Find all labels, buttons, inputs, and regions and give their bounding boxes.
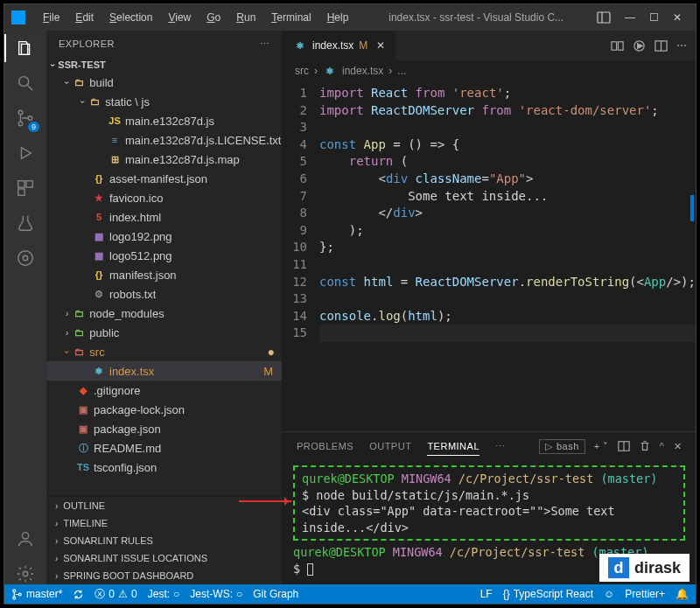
file-readme[interactable]: ⓘREADME.md xyxy=(46,438,282,458)
menu-file[interactable]: File xyxy=(36,8,66,27)
project-name: SSR-TEST xyxy=(58,59,105,70)
activity-settings[interactable] xyxy=(15,563,36,584)
run-icon[interactable] xyxy=(633,39,646,52)
tab-close-icon[interactable]: ✕ xyxy=(376,39,385,52)
status-jest-ws[interactable]: Jest-WS: ○ xyxy=(190,588,242,600)
menu-edit[interactable]: Edit xyxy=(68,8,101,27)
menu-view[interactable]: View xyxy=(161,8,198,27)
vscode-icon xyxy=(11,10,25,24)
activity-account[interactable] xyxy=(15,528,36,549)
folder-open-icon: 🗀 xyxy=(88,94,102,108)
svg-point-6 xyxy=(28,116,32,121)
titlebar: File Edit Selection View Go Run Terminal… xyxy=(4,4,696,31)
file-package-lock[interactable]: ▣package-lock.json xyxy=(46,400,282,419)
breadcrumb[interactable]: src › ⚛ index.tsx › ... xyxy=(283,60,696,81)
folder-node-modules[interactable]: ›🗀node_modules xyxy=(46,304,282,323)
file-asset-manifest[interactable]: {}asset-manifest.json xyxy=(46,169,282,188)
json-icon: {} xyxy=(92,171,106,185)
file-package-json[interactable]: ▣package.json xyxy=(46,419,282,438)
project-section[interactable]: › SSR-TEST xyxy=(46,57,282,73)
status-language[interactable]: {} TypeScript React xyxy=(503,588,593,600)
terminal-trash-icon[interactable] xyxy=(639,440,651,452)
panel-sonarlint-rules[interactable]: ›SONARLINT RULES xyxy=(46,532,282,549)
activity-extensions[interactable] xyxy=(15,178,36,199)
tab-problems[interactable]: PROBLEMS xyxy=(297,437,354,455)
activity-source-control[interactable]: 9 xyxy=(15,108,36,129)
folder-icon: 🗀 xyxy=(72,325,86,339)
window-minimize[interactable]: — xyxy=(625,11,635,24)
status-problems[interactable]: ⓧ 0 ⚠ 0 xyxy=(94,587,136,602)
terminal-maximize-icon[interactable]: ^ xyxy=(660,441,665,451)
file-manifest[interactable]: {}manifest.json xyxy=(46,265,282,284)
activity-extra[interactable] xyxy=(15,248,36,269)
layout-icon[interactable] xyxy=(597,10,611,24)
terminal-split-icon[interactable] xyxy=(618,440,630,452)
window-close[interactable]: ✕ xyxy=(673,11,682,24)
folder-static-js[interactable]: ›🗀static \ js xyxy=(46,92,282,111)
chevron-right-icon: › xyxy=(55,501,58,511)
status-git-graph[interactable]: Git Graph xyxy=(253,588,298,600)
file-logo512[interactable]: ▩logo512.png xyxy=(46,246,282,265)
menu-run[interactable]: Run xyxy=(229,8,262,27)
status-feedback-icon[interactable]: ☺ xyxy=(604,588,614,600)
watermark: d dirask xyxy=(599,554,690,582)
folder-open-icon: 🗀 xyxy=(72,345,86,359)
terminal-close-icon[interactable]: ✕ xyxy=(674,441,682,452)
tab-index-tsx[interactable]: ⚛ index.tsx M ✕ xyxy=(283,31,396,60)
file-robots[interactable]: ⚙robots.txt xyxy=(46,284,282,304)
tab-label: index.tsx xyxy=(312,39,354,52)
file-index-html[interactable]: 5index.html xyxy=(46,207,282,227)
menu-terminal[interactable]: Terminal xyxy=(264,8,318,27)
activity-bar: 9 xyxy=(4,31,46,584)
panel-outline[interactable]: ›OUTLINE xyxy=(46,497,282,514)
file-tree: ›🗀build ›🗀static \ js JSmain.e132c87d.js… xyxy=(46,73,282,496)
more-icon[interactable]: ⋯ xyxy=(676,39,687,52)
code-body[interactable]: import React from 'react'; import ReactD… xyxy=(319,85,696,431)
panel-sonarlint-issues[interactable]: ›SONARLINT ISSUE LOCATIONS xyxy=(46,549,282,567)
file-favicon[interactable]: ★favicon.ico xyxy=(46,188,282,207)
status-sync[interactable] xyxy=(73,589,84,600)
status-branch[interactable]: master* xyxy=(11,588,62,600)
file-tsconfig[interactable]: TStsconfig.json xyxy=(46,458,282,477)
menu-go[interactable]: Go xyxy=(200,8,228,27)
folder-src[interactable]: ›🗀src● xyxy=(46,342,282,361)
tab-terminal[interactable]: TERMINAL xyxy=(427,437,480,456)
file-main-js[interactable]: JSmain.e132c87d.js xyxy=(46,111,282,130)
status-prettier[interactable]: Prettier+ xyxy=(625,588,665,600)
activity-testing[interactable] xyxy=(15,213,36,234)
activity-run-debug[interactable] xyxy=(15,143,36,164)
code-editor[interactable]: 123456789101112131415 import React from … xyxy=(283,81,696,431)
file-index-tsx[interactable]: ⚛index.tsxM xyxy=(46,361,282,381)
file-main-license[interactable]: ≡main.e132c87d.js.LICENSE.txt xyxy=(46,130,282,150)
terminal-shell-picker[interactable]: ▷bash xyxy=(539,439,584,454)
chevron-right-icon: › xyxy=(55,554,58,563)
status-lf[interactable]: LF xyxy=(480,588,493,600)
compare-icon[interactable] xyxy=(611,39,624,52)
status-jest[interactable]: Jest: ○ xyxy=(148,588,180,600)
tabs-more-icon[interactable]: ⋯ xyxy=(495,441,506,452)
map-icon: ⊞ xyxy=(108,152,122,166)
menu-help[interactable]: Help xyxy=(320,8,356,27)
react-icon: ⚛ xyxy=(323,64,337,78)
js-icon: JS xyxy=(108,114,122,128)
file-gitignore[interactable]: ◆.gitignore xyxy=(46,381,282,400)
chevron-right-icon: › xyxy=(55,536,58,546)
menu-selection[interactable]: Selection xyxy=(102,8,159,27)
window-maximize[interactable]: ☐ xyxy=(649,11,659,24)
editor-area: ⚛ index.tsx M ✕ ⋯ src › ⚛ index.tsx › xyxy=(283,31,696,584)
explorer-more-icon[interactable]: ⋯ xyxy=(260,38,270,50)
activity-explorer[interactable] xyxy=(15,38,36,59)
split-icon[interactable] xyxy=(654,39,668,52)
panel-spring-boot[interactable]: ›SPRING BOOT DASHBOARD xyxy=(46,567,282,584)
file-main-map[interactable]: ⊞main.e132c87d.js.map xyxy=(46,150,282,169)
status-notifications-icon[interactable]: 🔔 xyxy=(676,588,689,600)
breadcrumb-more: ... xyxy=(397,65,406,77)
terminal-new-icon[interactable]: + ˅ xyxy=(594,441,609,452)
folder-public[interactable]: ›🗀public xyxy=(46,323,282,342)
file-logo192[interactable]: ▩logo192.png xyxy=(46,227,282,246)
activity-search[interactable] xyxy=(15,73,36,94)
json-icon: {} xyxy=(92,268,106,282)
tab-output[interactable]: OUTPUT xyxy=(369,437,411,455)
panel-timeline[interactable]: ›TIMELINE xyxy=(46,514,282,532)
folder-build[interactable]: ›🗀build xyxy=(46,73,282,92)
